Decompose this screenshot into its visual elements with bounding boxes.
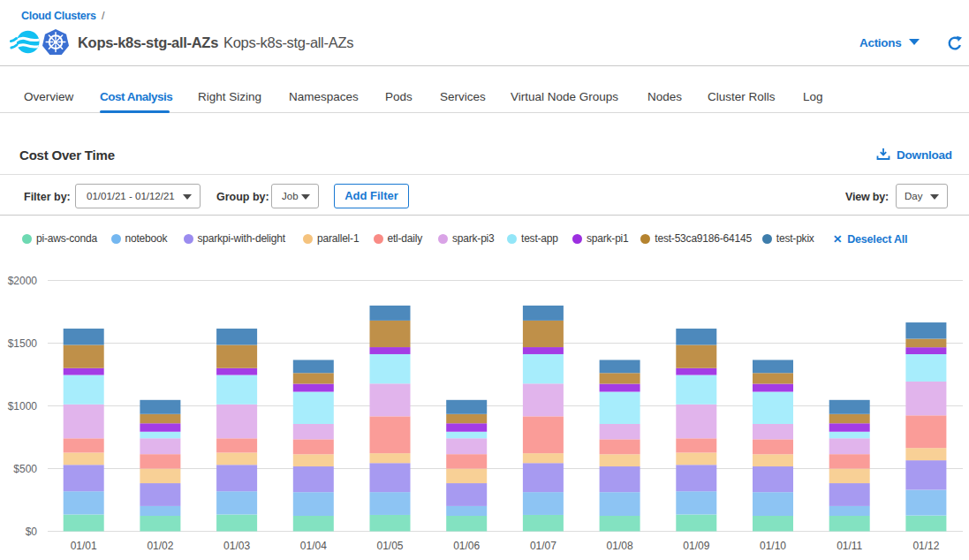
svg-text:01/06: 01/06: [453, 540, 480, 552]
svg-text:01/05: 01/05: [376, 540, 403, 552]
svg-text:01/09: 01/09: [683, 540, 709, 552]
svg-text:01/10: 01/10: [760, 540, 786, 552]
svg-text:01/01: 01/01: [71, 540, 97, 552]
svg-text:$500: $500: [13, 463, 37, 475]
svg-text:01/12: 01/12: [912, 540, 939, 552]
svg-text:01/03: 01/03: [223, 540, 250, 552]
svg-text:$1000: $1000: [8, 400, 38, 412]
svg-text:01/02: 01/02: [147, 540, 173, 552]
svg-text:$1500: $1500: [8, 337, 38, 350]
svg-text:$2000: $2000: [8, 275, 38, 287]
svg-text:01/08: 01/08: [607, 540, 633, 552]
svg-text:01/04: 01/04: [300, 540, 327, 552]
svg-text:$0: $0: [26, 526, 38, 538]
svg-text:01/11: 01/11: [837, 540, 862, 552]
svg-text:01/07: 01/07: [530, 540, 556, 552]
